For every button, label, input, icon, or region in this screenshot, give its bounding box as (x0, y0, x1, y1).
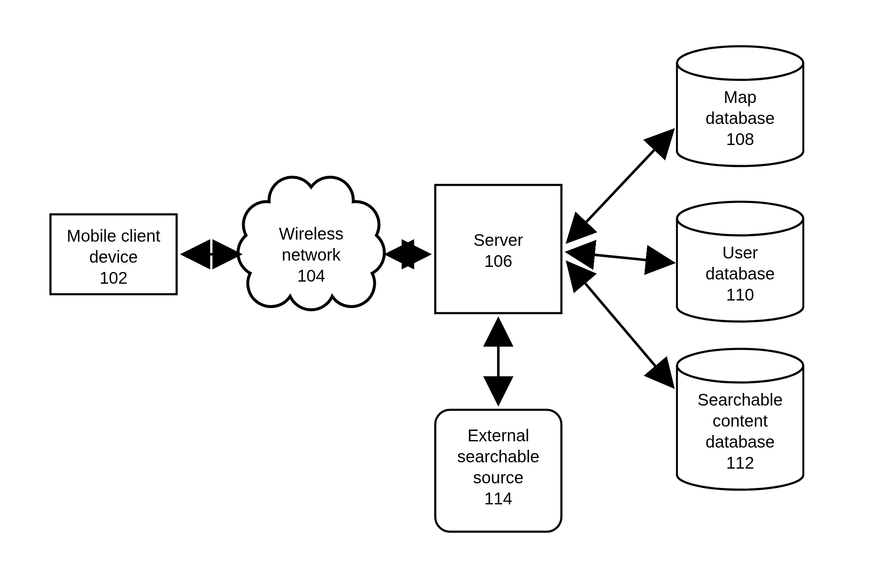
mobile-line1: Mobile client (67, 227, 160, 245)
arrow-server-userdb (568, 252, 673, 263)
mapdb-line1: Map (724, 88, 757, 106)
external-line2: searchable (457, 447, 540, 466)
arrow-server-mapdb (568, 130, 673, 242)
wireless-ref: 104 (297, 266, 325, 285)
mobile-client-device: Mobile client device 102 (50, 214, 177, 294)
architecture-diagram: Mobile client device 102 Wireless networ… (0, 0, 881, 588)
wireless-line2: network (282, 245, 341, 264)
searchdb-line3: database (706, 432, 775, 451)
map-database-cylinder: Map database 108 (677, 46, 803, 166)
userdb-line2: database (706, 264, 775, 283)
mobile-ref: 102 (100, 269, 128, 287)
searchdb-line1: Searchable (698, 390, 783, 409)
external-ref: 114 (484, 489, 513, 508)
mapdb-ref: 108 (726, 130, 754, 148)
wireless-line1: Wireless (279, 224, 343, 243)
userdb-line1: User (722, 243, 758, 262)
server-ref: 106 (484, 252, 513, 270)
searchable-content-database-cylinder: Searchable content database 112 (677, 349, 803, 490)
userdb-ref: 110 (726, 285, 754, 304)
external-line3: source (473, 468, 524, 487)
wireless-network-cloud: Wireless network 104 (238, 177, 384, 310)
mobile-line2: device (89, 248, 138, 266)
server-box: Server 106 (435, 185, 561, 313)
external-line1: External (468, 426, 529, 445)
external-source-box: External searchable source 114 (435, 410, 561, 532)
mapdb-line2: database (706, 109, 775, 127)
searchdb-ref: 112 (726, 454, 754, 472)
arrow-server-searchdb (568, 263, 673, 387)
user-database-cylinder: User database 110 (677, 202, 803, 322)
searchdb-line2: content (712, 411, 767, 430)
server-line1: Server (474, 231, 523, 249)
